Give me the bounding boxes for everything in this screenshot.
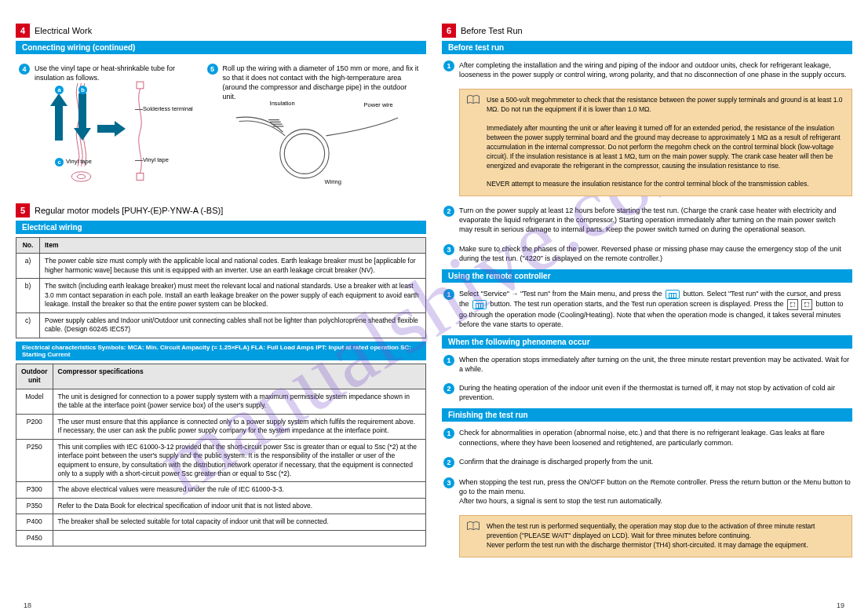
- step-5-text: Roll up the wiring with a diameter of 15…: [223, 64, 421, 102]
- label-a-bullet: a: [55, 86, 64, 94]
- svg-rect-2: [137, 82, 144, 89]
- pre-step-1: 1 After completing the installation and …: [442, 57, 852, 82]
- diagram-tape-wrap: 4 Use the vinyl tape or heat-shrinkable …: [19, 62, 199, 196]
- coil-label-power: Power wire: [364, 101, 393, 108]
- fin-step-1: 1 Check for abnormalities in operation (…: [442, 425, 852, 450]
- table-row: ModelThe unit is designed for connection…: [16, 389, 426, 414]
- coil-svg: [207, 100, 423, 186]
- section-header-6: 6 Before Test Run: [442, 24, 852, 38]
- note-body: When the test run is performed sequentia…: [487, 522, 844, 550]
- select-button-icon: [472, 300, 487, 309]
- bullet-icon: 2: [443, 457, 454, 468]
- th-comp: Compressor specifications: [53, 364, 425, 389]
- table-row: a)The power cable size must comply with …: [16, 254, 426, 279]
- bar-phenomena: When the following phenomena occur: [442, 335, 852, 349]
- bar-electrical-char: Electrical characteristics Symbols: MCA:…: [16, 342, 426, 360]
- bar-using-remote: Using the remote controller: [442, 269, 852, 283]
- page-number-left: 18: [24, 601, 31, 609]
- when-step-2-text: During the heating operation of the indo…: [459, 383, 851, 402]
- table-row: P200The user must ensure that this appli…: [16, 414, 426, 439]
- coil-label-wiring: Wiring: [325, 178, 341, 185]
- table-row: b)The switch (including earth leakage br…: [16, 279, 426, 312]
- table-row: P300The above electrical values were mea…: [16, 482, 426, 498]
- svg-point-7: [279, 130, 328, 178]
- bar-before-test: Before test run: [442, 41, 852, 54]
- arrow-up-icon: [50, 93, 67, 141]
- using-step-1: 1 Select "Service" → "Test run" from the…: [442, 286, 852, 332]
- select-button-icon: [666, 290, 680, 299]
- wiring-table: No.Item a)The power cable size must comp…: [16, 237, 426, 338]
- svg-point-8: [284, 133, 324, 174]
- diagram-coil: 5 Roll up the wiring with a diameter of …: [207, 62, 423, 196]
- arrow-down-icon: [74, 93, 91, 141]
- bar-electrical-wiring: Electrical wiring: [16, 221, 426, 234]
- pre-step-3: 3 Make sure to check the phases of the p…: [442, 241, 852, 266]
- section-number-box: 4: [16, 24, 30, 38]
- table-row: c)Power supply cables and Indoor unit/Ou…: [16, 312, 426, 338]
- when-step-2: 2 During the heating operation of the in…: [442, 380, 852, 405]
- section-title-5: Regular motor models [PUHY-(E)P·YNW-A (-…: [30, 203, 426, 217]
- svg-point-0: [71, 172, 91, 181]
- diag-label-solderless: Solderless terminal: [143, 105, 193, 112]
- when-step-1-text: When the operation stops immediately aft…: [459, 355, 851, 374]
- bullet-icon: 1: [443, 289, 454, 300]
- arrow-right-icon: [97, 121, 126, 137]
- table-row: P250This unit complies with IEC 61000-3-…: [16, 439, 426, 482]
- th-item: Item: [40, 238, 426, 254]
- label-b-bullet: b: [78, 86, 87, 94]
- left-column: 4 Electrical Work Connecting wiring (con…: [16, 24, 426, 561]
- step-bullet-4: 4: [19, 64, 30, 75]
- bar-finishing: Finishing the test run: [442, 408, 852, 422]
- section-header-4: 4 Electrical Work: [16, 24, 426, 38]
- bullet-icon: 2: [443, 383, 454, 394]
- fin-step-3: 3 When stopping the test run, press the …: [442, 474, 852, 509]
- pre-step-2-text: Turn on the power supply at least 12 hou…: [459, 206, 851, 234]
- note-body: Use a 500-volt megohmmeter to check that…: [487, 96, 844, 189]
- note-finishing: When the test run is performed sequentia…: [459, 515, 852, 557]
- th-outdoor: Outdoor unit: [16, 364, 53, 389]
- section-number-box-5: 5: [16, 203, 30, 217]
- fin-step-3-text: When stopping the test run, press the ON…: [459, 477, 851, 506]
- section-header-5: 5 Regular motor models [PUHY-(E)P·YNW-A …: [16, 203, 426, 217]
- label-c-text: Vinyl tape: [66, 158, 92, 165]
- using-step-1-text: Select "Service" → "Test run" from the M…: [459, 289, 851, 329]
- bullet-icon: 2: [443, 206, 454, 217]
- note-insulation: Use a 500-volt megohmmeter to check that…: [459, 89, 852, 196]
- mode-button-icon: [787, 299, 798, 310]
- bullet-icon: 3: [443, 477, 454, 488]
- bullet-icon: 1: [443, 60, 454, 71]
- diag-label-vinyl: Vinyl tape: [143, 156, 169, 163]
- when-step-1: 1 When the operation stops immediately a…: [442, 352, 852, 377]
- section-title: Electrical Work: [30, 24, 426, 38]
- svg-marker-6: [97, 121, 126, 137]
- svg-rect-3: [137, 174, 144, 181]
- svg-point-1: [77, 174, 86, 178]
- fin-step-2-text: Confirm that the drainage is discharged …: [459, 457, 851, 466]
- fin-step-2: 2 Confirm that the drainage is discharge…: [442, 454, 852, 471]
- table-row: P350Refer to the Data Book for electrica…: [16, 498, 426, 513]
- pre-step-2: 2 Turn on the power supply at least 12 h…: [442, 203, 852, 237]
- coil-label-insulation: Insulation: [270, 100, 295, 107]
- mode-button-icon: [801, 299, 812, 310]
- fin-step-1-text: Check for abnormalities in operation (ab…: [459, 428, 851, 447]
- step-bullet-5: 5: [207, 64, 218, 75]
- book-icon: [466, 94, 480, 105]
- section-title-6: Before Test Run: [456, 24, 852, 38]
- right-column: 6 Before Test Run Before test run 1 Afte…: [442, 24, 852, 561]
- svg-marker-4: [50, 93, 67, 141]
- page-number-right: 19: [837, 601, 844, 609]
- label-c-bullet: c: [55, 158, 64, 166]
- table-row: P400The breaker shall be selected suitab…: [16, 514, 426, 530]
- svg-marker-5: [74, 93, 91, 141]
- table-row: P450: [16, 530, 426, 546]
- pre-step-1-text: After completing the installation and th…: [459, 60, 851, 79]
- diagram-zone: 4 Use the vinyl tape or heat-shrinkable …: [16, 57, 426, 200]
- page-container: 4 Electrical Work Connecting wiring (con…: [0, 0, 868, 576]
- pre-step-3-text: Make sure to check the phases of the pow…: [459, 244, 851, 263]
- sub-bar-connecting: Connecting wiring (continued): [16, 41, 426, 54]
- bullet-icon: 3: [443, 244, 454, 255]
- bullet-icon: 1: [443, 428, 454, 439]
- bullet-icon: 1: [443, 355, 454, 366]
- section-number-box-6: 6: [442, 24, 456, 38]
- book-icon: [466, 521, 480, 532]
